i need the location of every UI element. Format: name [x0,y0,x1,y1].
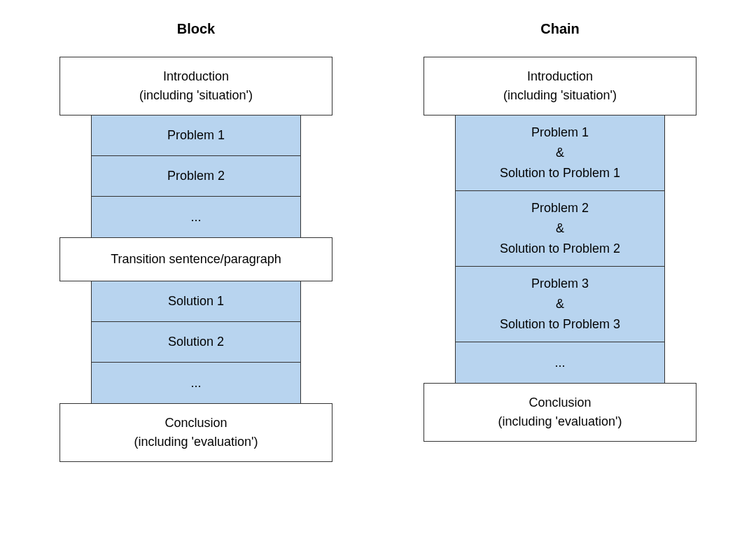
block-solution2-box: Solution 2 [92,322,300,363]
block-ellipsis1-box: ... [92,197,300,237]
chain-conclusion-box: Conclusion (including 'evaluation') [424,383,696,442]
block-intro-line2: (including 'situation') [139,86,253,105]
block-ellipsis1-label: ... [190,210,201,225]
block-transition-box: Transition sentence/paragraph [59,237,332,281]
block-conclusion-line1: Conclusion [164,414,227,433]
chain-column-header: Chain [540,21,580,37]
block-solution1-label: Solution 1 [168,294,224,309]
diagram-container: Block Introduction (including 'situation… [14,21,742,462]
chain-pair3-box: Problem 3 & Solution to Problem 3 [456,267,664,342]
block-column: Block Introduction (including 'situation… [59,21,332,462]
block-transition-label: Transition sentence/paragraph [111,252,281,266]
block-solution1-box: Solution 1 [92,281,300,322]
block-intro-box: Introduction (including 'situation') [59,57,332,115]
chain-pair1-l3: Solution to Problem 1 [500,163,620,183]
block-conclusion-box: Conclusion (including 'evaluation') [59,403,332,462]
chain-intro-box: Introduction (including 'situation') [424,57,696,115]
chain-conclusion-line1: Conclusion [528,393,591,412]
block-problems-stack: Problem 1 Problem 2 ... [91,115,301,237]
chain-pair2-l2: & [556,218,564,239]
chain-pairs-stack: Problem 1 & Solution to Problem 1 Proble… [455,115,665,383]
block-solution2-label: Solution 2 [168,335,224,349]
chain-column: Chain Introduction (including 'situation… [424,21,696,462]
chain-pair3-l2: & [556,294,564,314]
chain-pair2-l1: Problem 2 [531,198,589,218]
chain-pair1-l2: & [556,143,564,163]
block-problem2-label: Problem 2 [167,169,225,183]
chain-pair2-l3: Solution to Problem 2 [500,239,620,259]
block-problem2-box: Problem 2 [92,156,300,197]
block-conclusion-line2: (including 'evaluation') [134,433,258,451]
chain-intro-line2: (including 'situation') [503,86,617,105]
block-problem1-label: Problem 1 [167,128,225,143]
chain-pair2-box: Problem 2 & Solution to Problem 2 [456,191,664,267]
chain-pair3-l3: Solution to Problem 3 [500,314,620,335]
chain-pair3-l1: Problem 3 [531,274,589,294]
chain-intro-line1: Introduction [527,67,593,86]
block-problem1-box: Problem 1 [92,115,300,156]
chain-pair1-box: Problem 1 & Solution to Problem 1 [456,115,664,191]
chain-pair1-l1: Problem 1 [531,122,589,143]
block-ellipsis2-label: ... [190,376,201,391]
chain-ellipsis-label: ... [554,356,565,370]
chain-conclusion-line2: (including 'evaluation') [498,412,622,431]
block-ellipsis2-box: ... [92,363,300,403]
block-column-header: Block [177,21,215,37]
block-solutions-stack: Solution 1 Solution 2 ... [91,281,301,403]
block-intro-line1: Introduction [163,67,229,86]
chain-ellipsis-box: ... [456,342,664,383]
